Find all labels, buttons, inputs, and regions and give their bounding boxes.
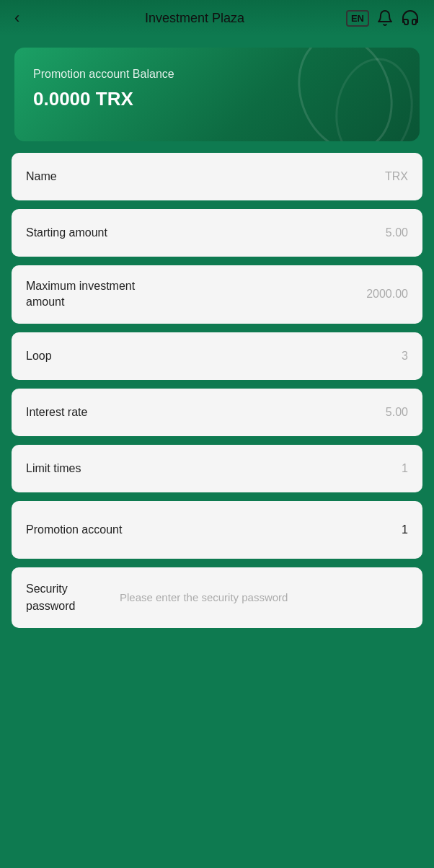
headphone-icon[interactable] [401,9,420,27]
security-password-placeholder[interactable]: Please enter the security password [120,591,288,603]
header-actions: EN [346,9,420,27]
security-password-row[interactable]: Security password Please enter the secur… [12,567,422,628]
back-button[interactable]: ‹ [14,9,19,27]
max-investment-label: Maximum investment amount [26,278,170,311]
max-investment-value: 2000.00 [366,288,408,301]
page-title: Investment Plaza [43,11,346,26]
limit-times-row: Limit times 1 [12,445,422,492]
promotion-account-label: Promotion account [26,521,402,539]
starting-amount-row: Starting amount 5.00 [12,209,422,257]
promotion-account-value: 1 [402,523,408,536]
balance-card: Promotion account Balance 0.0000 TRX [14,48,420,141]
language-badge[interactable]: EN [346,10,369,27]
loop-value: 3 [402,350,408,363]
interest-rate-row: Interest rate 5.00 [12,389,422,436]
balance-amount: 0.0000 TRX [33,88,401,110]
name-value: TRX [385,170,408,183]
loop-row: Loop 3 [12,332,422,380]
limit-times-label: Limit times [26,462,402,475]
security-password-label: Security password [26,580,120,615]
limit-times-value: 1 [402,462,408,475]
notification-icon[interactable] [376,9,394,27]
name-row: Name TRX [12,153,422,200]
info-rows: Name TRX Starting amount 5.00 Maximum in… [0,153,434,651]
name-label: Name [26,170,385,183]
starting-amount-value: 5.00 [386,226,408,239]
max-investment-row: Maximum investment amount 2000.00 [12,265,422,324]
starting-amount-label: Starting amount [26,226,386,239]
balance-label: Promotion account Balance [33,68,401,81]
promotion-account-row: Promotion account 1 [12,501,422,559]
header: ‹ Investment Plaza EN [0,0,434,36]
interest-rate-label: Interest rate [26,406,386,419]
loop-label: Loop [26,350,402,363]
interest-rate-value: 5.00 [386,406,408,419]
